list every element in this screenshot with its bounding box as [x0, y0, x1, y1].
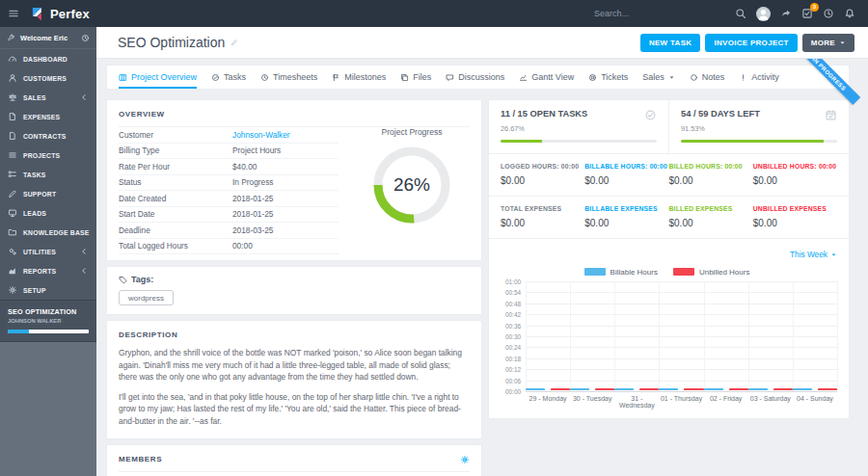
tab-notes[interactable]: Notes — [690, 66, 725, 89]
tab-label: Tasks — [224, 72, 246, 82]
sidebar-item-reports[interactable]: REPORTS — [0, 261, 96, 280]
new-task-button[interactable]: NEW TASK — [640, 34, 700, 52]
expenses-stat: BILLED EXPENSES$0.00 — [669, 205, 753, 228]
tab-timesheets[interactable]: Timesheets — [260, 66, 317, 89]
gridline — [570, 281, 571, 391]
more-button[interactable]: MORE — [802, 34, 854, 52]
tab-tickets[interactable]: Tickets — [588, 66, 628, 89]
tab-milestones[interactable]: Milestones — [332, 66, 386, 89]
notifications-icon[interactable] — [844, 8, 855, 19]
clock-icon — [260, 73, 269, 82]
tab-label: Project Overview — [131, 72, 197, 82]
invoice-project-button[interactable]: INVOICE PROJECT — [705, 34, 797, 52]
sidebar-welcome[interactable]: Welcome Eric — [0, 27, 96, 49]
hours-stat-amount: $0.00 — [501, 175, 584, 186]
tab-sales[interactable]: Sales — [642, 66, 675, 89]
gridline — [526, 381, 837, 382]
expenses-stat-amount: $0.00 — [501, 218, 584, 228]
bar-billable-hours[interactable] — [614, 388, 634, 390]
tab-project-overview[interactable]: Project Overview — [119, 66, 197, 89]
hours-stat-label: BILLED HOURS: 00:00 — [669, 163, 753, 170]
x-axis-label: 29 - Monday — [526, 395, 570, 409]
timer-icon[interactable] — [823, 8, 834, 19]
period-selector[interactable]: This Week — [790, 250, 837, 259]
gridline — [526, 292, 837, 293]
gridline — [526, 358, 837, 359]
timer-icon[interactable] — [81, 34, 90, 42]
bar-unbilled-hours[interactable] — [684, 388, 703, 390]
bar-unbilled-hours[interactable] — [551, 388, 570, 390]
bar-billable-hours[interactable] — [526, 388, 545, 390]
sidebar-item-tasks[interactable]: TASKS — [0, 165, 96, 184]
tab-discussions[interactable]: Discussions — [446, 66, 504, 89]
sidebar-item-dashboard[interactable]: DASHBOARD — [0, 49, 96, 68]
bar-unbilled-hours[interactable] — [595, 388, 614, 390]
gridline — [748, 281, 749, 391]
bar-billable-hours[interactable] — [704, 388, 723, 390]
sidebar-item-projects[interactable]: PROJECTS — [0, 145, 96, 165]
menu-toggle-icon[interactable] — [8, 8, 19, 19]
tab-gantt-view[interactable]: Gantt View — [519, 66, 574, 89]
gauge-icon — [8, 54, 17, 64]
expenses-stat-label: TOTAL EXPENSES — [501, 205, 584, 212]
sidebar-item-support[interactable]: SUPPORT — [0, 184, 96, 203]
search-icon[interactable] — [735, 8, 746, 19]
welcome-label: Welcome Eric — [20, 34, 81, 42]
file-icon — [8, 131, 17, 141]
sidebar-item-sales[interactable]: SALES — [0, 88, 96, 107]
avatar[interactable] — [756, 7, 771, 21]
tab-files[interactable]: Files — [400, 66, 431, 89]
bar-billable-hours[interactable] — [659, 388, 678, 390]
gridline — [526, 326, 837, 327]
bar-unbilled-hours[interactable] — [818, 388, 837, 390]
overview-row-value[interactable]: Johnson-Walker — [232, 130, 290, 140]
sidebar-item-setup[interactable]: SETUP — [0, 280, 96, 300]
project-customer: JOHNSON WALKER — [8, 318, 89, 324]
overview-row-label: Deadline — [119, 225, 232, 235]
sidebar-menu: DASHBOARDCUSTOMERSSALESEXPENSESCONTRACTS… — [0, 49, 96, 300]
sidebar-item-label: CUSTOMERS — [23, 75, 89, 82]
gridline — [704, 281, 705, 391]
expenses-stat-label: BILLED EXPENSES — [669, 205, 753, 212]
sidebar-item-label: SETUP — [23, 287, 89, 294]
member-row: Eric DoyleTotal Logged Time: 00:00 — [119, 472, 470, 476]
sidebar-item-contracts[interactable]: CONTRACTS — [0, 126, 96, 145]
bar-group — [659, 388, 703, 390]
gridline — [526, 304, 837, 304]
bar-unbilled-hours[interactable] — [639, 388, 659, 390]
sidebar-project-section[interactable]: SEO OPTIMIZATION JOHNSON WALKER — [0, 300, 96, 342]
sidebar-item-label: DASHBOARD — [23, 56, 89, 63]
caret-down-icon — [839, 40, 846, 46]
topbar: Perfex Search... 3 — [0, 0, 868, 27]
sidebar-item-utilities[interactable]: UTILITIES — [0, 242, 96, 261]
check-circle-icon — [644, 109, 657, 121]
sidebar-item-customers[interactable]: CUSTOMERS — [0, 68, 96, 88]
project-tabs: Project OverviewTasksTimesheetsMilestone… — [106, 65, 850, 90]
overview-row: Rate Per Hour$40.00 — [119, 159, 339, 175]
y-axis-tick: 00:36 — [505, 322, 521, 329]
bar-unbilled-hours[interactable] — [773, 388, 793, 390]
overview-row-label: Billing Type — [119, 145, 232, 155]
gears-icon — [8, 247, 17, 256]
bar-unbilled-hours[interactable] — [729, 388, 748, 390]
tab-tasks[interactable]: Tasks — [211, 66, 246, 89]
overview-row: Start Date2018-01-25 — [119, 207, 339, 224]
tab-activity[interactable]: Activity — [739, 66, 779, 89]
bar-billable-hours[interactable] — [793, 388, 812, 390]
sidebar-item-leads[interactable]: LEADS — [0, 203, 96, 223]
quick-actions-icon[interactable] — [780, 8, 792, 19]
gridline — [526, 369, 837, 370]
bar-billable-hours[interactable] — [570, 388, 589, 390]
sidebar-item-expenses[interactable]: EXPENSES — [0, 107, 96, 126]
legend-swatch — [584, 268, 606, 276]
todo-icon[interactable]: 3 — [801, 8, 813, 19]
members-settings-icon[interactable] — [460, 455, 470, 464]
wrench-icon — [7, 34, 15, 42]
search-input[interactable]: Search... — [594, 9, 629, 18]
bar-billable-hours[interactable] — [748, 388, 768, 390]
open-tasks-title: 11 / 15 OPEN TASKS — [501, 109, 587, 119]
sidebar-item-knowledge-base[interactable]: KNOWLEDGE BASE — [0, 223, 96, 242]
edit-title-icon[interactable] — [231, 39, 238, 46]
hours-stat-label: UNBILLED HOURS: 00:00 — [753, 163, 837, 170]
sidebar-item-label: SUPPORT — [23, 191, 89, 198]
